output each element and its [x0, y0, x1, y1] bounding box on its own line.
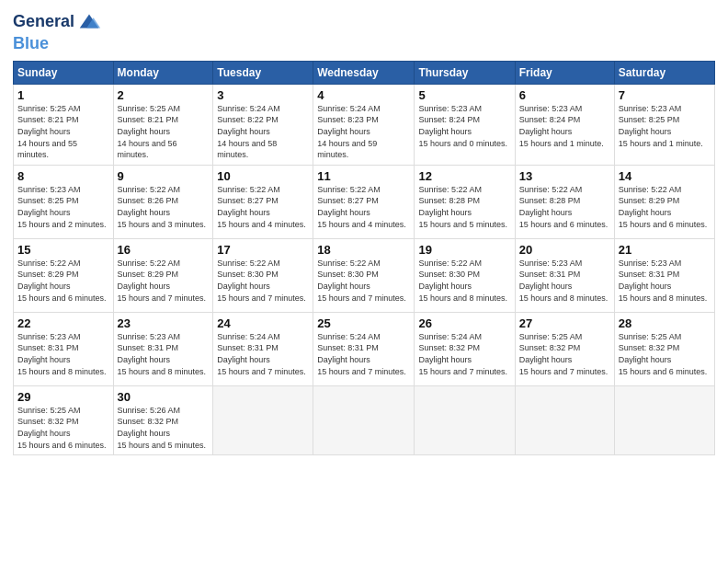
day-info: Sunrise: 5:25 AMSunset: 8:32 PMDaylight …: [17, 406, 107, 450]
calendar-cell: 26Sunrise: 5:24 AMSunset: 8:32 PMDayligh…: [415, 312, 515, 385]
day-number: 26: [418, 316, 510, 330]
day-info: Sunrise: 5:24 AMSunset: 8:31 PMDaylight …: [217, 332, 306, 376]
calendar-cell: [415, 385, 515, 454]
calendar-cell: 25Sunrise: 5:24 AMSunset: 8:31 PMDayligh…: [313, 312, 415, 385]
calendar-cell: 1Sunrise: 5:25 AMSunset: 8:21 PMDaylight…: [14, 84, 114, 165]
day-number: 6: [519, 88, 610, 102]
day-info: Sunrise: 5:23 AMSunset: 8:25 PMDaylight …: [17, 185, 107, 229]
calendar-cell: 15Sunrise: 5:22 AMSunset: 8:29 PMDayligh…: [14, 238, 114, 312]
day-number: 21: [619, 243, 711, 257]
day-number: 1: [17, 88, 109, 102]
day-number: 22: [17, 316, 109, 330]
day-info: Sunrise: 5:25 AMSunset: 8:21 PMDaylight …: [17, 104, 81, 159]
day-number: 3: [217, 88, 309, 102]
day-number: 9: [118, 169, 210, 183]
day-info: Sunrise: 5:22 AMSunset: 8:28 PMDaylight …: [519, 185, 609, 229]
calendar-cell: 10Sunrise: 5:22 AMSunset: 8:27 PMDayligh…: [213, 165, 313, 238]
calendar-cell: [313, 385, 415, 454]
header: General Blue: [13, 9, 715, 53]
page: General Blue SundayMondayTuesdayWednesda…: [0, 0, 728, 563]
day-number: 17: [217, 243, 309, 257]
day-number: 23: [118, 316, 210, 330]
day-info: Sunrise: 5:26 AMSunset: 8:32 PMDaylight …: [118, 406, 207, 450]
day-info: Sunrise: 5:25 AMSunset: 8:21 PMDaylight …: [118, 104, 181, 159]
calendar-cell: 3Sunrise: 5:24 AMSunset: 8:22 PMDaylight…: [213, 84, 313, 165]
calendar-cell: 16Sunrise: 5:22 AMSunset: 8:29 PMDayligh…: [113, 238, 213, 312]
day-info: Sunrise: 5:23 AMSunset: 8:25 PMDaylight …: [619, 104, 703, 148]
calendar-cell: 13Sunrise: 5:22 AMSunset: 8:28 PMDayligh…: [515, 165, 614, 238]
day-info: Sunrise: 5:25 AMSunset: 8:32 PMDaylight …: [619, 332, 708, 376]
day-info: Sunrise: 5:23 AMSunset: 8:31 PMDaylight …: [619, 259, 708, 303]
calendar-cell: [515, 385, 614, 454]
calendar-cell: 24Sunrise: 5:24 AMSunset: 8:31 PMDayligh…: [213, 312, 313, 385]
calendar-cell: 18Sunrise: 5:22 AMSunset: 8:30 PMDayligh…: [313, 238, 415, 312]
calendar-cell: 4Sunrise: 5:24 AMSunset: 8:23 PMDaylight…: [313, 84, 415, 165]
weekday-header-friday: Friday: [515, 61, 614, 84]
calendar-cell: 22Sunrise: 5:23 AMSunset: 8:31 PMDayligh…: [14, 312, 114, 385]
day-info: Sunrise: 5:23 AMSunset: 8:24 PMDaylight …: [519, 104, 604, 148]
day-number: 27: [519, 316, 610, 330]
calendar-cell: 11Sunrise: 5:22 AMSunset: 8:27 PMDayligh…: [313, 165, 415, 238]
weekday-header-saturday: Saturday: [614, 61, 714, 84]
calendar-cell: 5Sunrise: 5:23 AMSunset: 8:24 PMDaylight…: [415, 84, 515, 165]
calendar-cell: 12Sunrise: 5:22 AMSunset: 8:28 PMDayligh…: [415, 165, 515, 238]
day-info: Sunrise: 5:22 AMSunset: 8:27 PMDaylight …: [317, 185, 406, 229]
calendar-cell: [213, 385, 313, 454]
calendar-cell: 14Sunrise: 5:22 AMSunset: 8:29 PMDayligh…: [614, 165, 714, 238]
day-info: Sunrise: 5:23 AMSunset: 8:24 PMDaylight …: [418, 104, 507, 148]
day-info: Sunrise: 5:23 AMSunset: 8:31 PMDaylight …: [17, 332, 107, 376]
day-number: 16: [118, 243, 210, 257]
logo-text-line1: General: [13, 13, 74, 31]
day-number: 18: [317, 243, 410, 257]
logo-text-line2: Blue: [13, 34, 49, 52]
calendar-cell: 17Sunrise: 5:22 AMSunset: 8:30 PMDayligh…: [213, 238, 313, 312]
day-number: 11: [317, 169, 410, 183]
calendar-week-3: 15Sunrise: 5:22 AMSunset: 8:29 PMDayligh…: [14, 238, 715, 312]
day-info: Sunrise: 5:22 AMSunset: 8:27 PMDaylight …: [217, 185, 306, 229]
day-number: 8: [17, 169, 109, 183]
weekday-header-wednesday: Wednesday: [313, 61, 415, 84]
calendar-week-5: 29Sunrise: 5:25 AMSunset: 8:32 PMDayligh…: [14, 385, 715, 454]
calendar-cell: 8Sunrise: 5:23 AMSunset: 8:25 PMDaylight…: [14, 165, 114, 238]
day-number: 12: [418, 169, 510, 183]
calendar-week-4: 22Sunrise: 5:23 AMSunset: 8:31 PMDayligh…: [14, 312, 715, 385]
day-number: 25: [317, 316, 410, 330]
weekday-header-sunday: Sunday: [14, 61, 114, 84]
day-info: Sunrise: 5:24 AMSunset: 8:31 PMDaylight …: [317, 332, 406, 376]
day-info: Sunrise: 5:22 AMSunset: 8:30 PMDaylight …: [217, 259, 306, 303]
day-number: 24: [217, 316, 309, 330]
day-number: 7: [619, 88, 711, 102]
day-info: Sunrise: 5:22 AMSunset: 8:26 PMDaylight …: [118, 185, 207, 229]
calendar-cell: 2Sunrise: 5:25 AMSunset: 8:21 PMDaylight…: [113, 84, 213, 165]
calendar-cell: 9Sunrise: 5:22 AMSunset: 8:26 PMDaylight…: [113, 165, 213, 238]
day-info: Sunrise: 5:23 AMSunset: 8:31 PMDaylight …: [519, 259, 609, 303]
day-info: Sunrise: 5:22 AMSunset: 8:29 PMDaylight …: [118, 259, 207, 303]
day-number: 4: [317, 88, 410, 102]
calendar-cell: 30Sunrise: 5:26 AMSunset: 8:32 PMDayligh…: [113, 385, 213, 454]
weekday-header-row: SundayMondayTuesdayWednesdayThursdayFrid…: [14, 61, 715, 84]
day-number: 28: [619, 316, 711, 330]
day-info: Sunrise: 5:22 AMSunset: 8:29 PMDaylight …: [619, 185, 708, 229]
day-info: Sunrise: 5:24 AMSunset: 8:23 PMDaylight …: [317, 104, 381, 159]
weekday-header-monday: Monday: [113, 61, 213, 84]
day-info: Sunrise: 5:22 AMSunset: 8:28 PMDaylight …: [418, 185, 507, 229]
day-number: 19: [418, 243, 510, 257]
day-info: Sunrise: 5:22 AMSunset: 8:29 PMDaylight …: [17, 259, 107, 303]
calendar-week-2: 8Sunrise: 5:23 AMSunset: 8:25 PMDaylight…: [14, 165, 715, 238]
day-number: 5: [418, 88, 510, 102]
weekday-header-tuesday: Tuesday: [213, 61, 313, 84]
calendar-cell: 7Sunrise: 5:23 AMSunset: 8:25 PMDaylight…: [614, 84, 714, 165]
day-info: Sunrise: 5:24 AMSunset: 8:32 PMDaylight …: [418, 332, 507, 376]
day-number: 30: [118, 390, 210, 404]
calendar-cell: 21Sunrise: 5:23 AMSunset: 8:31 PMDayligh…: [614, 238, 714, 312]
calendar-week-1: 1Sunrise: 5:25 AMSunset: 8:21 PMDaylight…: [14, 84, 715, 165]
calendar-table: SundayMondayTuesdayWednesdayThursdayFrid…: [13, 61, 715, 455]
calendar-cell: [614, 385, 714, 454]
day-number: 14: [619, 169, 711, 183]
day-info: Sunrise: 5:25 AMSunset: 8:32 PMDaylight …: [519, 332, 609, 376]
calendar-cell: 23Sunrise: 5:23 AMSunset: 8:31 PMDayligh…: [113, 312, 213, 385]
weekday-header-thursday: Thursday: [415, 61, 515, 84]
calendar-cell: 28Sunrise: 5:25 AMSunset: 8:32 PMDayligh…: [614, 312, 714, 385]
calendar-cell: 29Sunrise: 5:25 AMSunset: 8:32 PMDayligh…: [14, 385, 114, 454]
calendar-cell: 27Sunrise: 5:25 AMSunset: 8:32 PMDayligh…: [515, 312, 614, 385]
